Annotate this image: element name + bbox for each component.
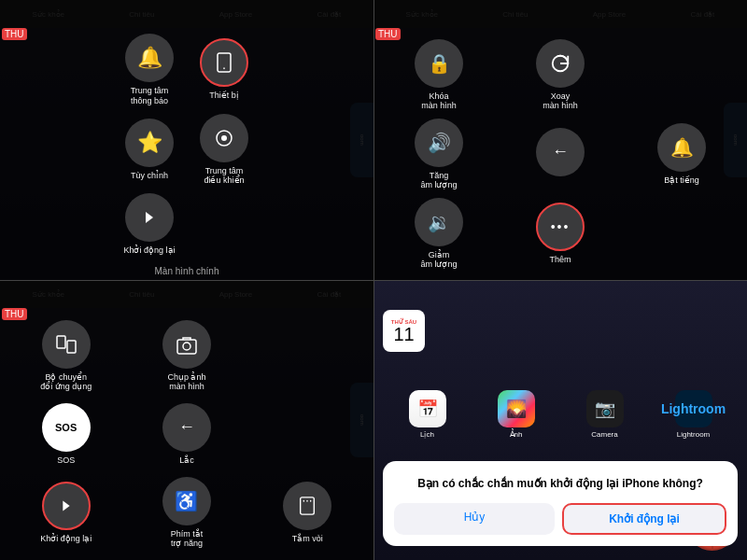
spacer-tr bbox=[624, 37, 642, 111]
dock-anh[interactable]: 🌄 Ảnh bbox=[498, 390, 535, 439]
quadrant-top-right: Sức khỏe Chi tiêu App Store Cài đặt THU … bbox=[374, 0, 747, 280]
khoi-dong-lai2-icon bbox=[42, 482, 91, 530]
spacer-bl bbox=[249, 315, 366, 395]
man-hinh-chinh-label: Màn hình chính bbox=[155, 266, 219, 276]
dock-camera[interactable]: 📷 Camera bbox=[586, 390, 624, 439]
bo-chuyen-doi-label: Bộ chuyểnđổi ứng dụng bbox=[40, 372, 92, 391]
cc-bat-tieng[interactable]: 🔔 Bật tiếng bbox=[624, 117, 740, 190]
lac-icon: ← bbox=[162, 403, 211, 452]
them-icon: ••• bbox=[536, 203, 585, 251]
menu-item-tuy-chinh[interactable]: ⭐ Tùy chỉnh bbox=[117, 119, 182, 181]
tam-voi-icon bbox=[283, 482, 331, 530]
khoi-dong-lai-icon bbox=[125, 193, 174, 242]
dock-lightroom[interactable]: Lightroom Lightroom bbox=[675, 390, 712, 439]
dialog-buttons: Hủy Khởi động lại bbox=[394, 503, 726, 535]
vertical-divider bbox=[374, 0, 374, 560]
anh-label: Ảnh bbox=[510, 430, 523, 439]
svg-rect-6 bbox=[67, 341, 76, 353]
tuy-chinh-label: Tùy chỉnh bbox=[131, 171, 168, 181]
sos-icon: SOS bbox=[42, 403, 91, 452]
tam-voi-label: Tắm vòi bbox=[292, 534, 323, 543]
thiet-bi-label: Thiết bị bbox=[209, 91, 239, 101]
cc-lac[interactable]: ← Lắc bbox=[128, 399, 245, 469]
tang-am-label: Tăngâm lượng bbox=[420, 171, 457, 189]
trung-tam-icon bbox=[200, 114, 248, 162]
thong-bao-icon: 🔔 bbox=[125, 34, 174, 82]
lac-label: Lắc bbox=[179, 455, 194, 465]
menu-item-trung-tam[interactable]: Trung tâmđiều khiển bbox=[191, 114, 257, 187]
spacer-bl-2 bbox=[249, 399, 366, 469]
cc-khoa[interactable]: 🔒 Khóamàn hình bbox=[381, 37, 497, 111]
trung-tam-label: Trung tâmđiều khiển bbox=[204, 166, 244, 187]
sos-label: SOS bbox=[57, 455, 75, 465]
quadrant-bottom-left: Sức khỏe Chi tiêu App Store Cài đặt THU … bbox=[0, 280, 374, 560]
cc-giam-am[interactable]: 🔉 Giảmâm lượng bbox=[381, 197, 497, 271]
chup-anh-label: Chụp ảnhmàn hình bbox=[167, 372, 205, 391]
cc-menu-tr: 🔒 Khóamàn hình Xoaymàn hình 🔊 Tăngâm lượ… bbox=[374, 28, 747, 280]
thong-bao-label: Trung tâmthông báo bbox=[131, 86, 169, 106]
them-label: Thêm bbox=[549, 255, 571, 264]
confirm-restart-button[interactable]: Khởi động lại bbox=[562, 503, 726, 535]
cc-xoay[interactable]: Xoaymàn hình bbox=[502, 37, 618, 111]
khoi-dong-lai-label: Khởi động lại bbox=[123, 245, 175, 256]
menu-item-khoi-dong-lai[interactable]: Khởi động lại bbox=[117, 193, 182, 256]
date-widget: THỨ SÁU 11 bbox=[383, 310, 425, 352]
xoay-label: Xoaymàn hình bbox=[543, 91, 578, 110]
svg-point-8 bbox=[183, 343, 190, 350]
svg-rect-10 bbox=[301, 497, 315, 514]
back-icon: ← bbox=[536, 128, 585, 176]
camera-label: Camera bbox=[591, 430, 617, 439]
menu-item-thong-bao[interactable]: 🔔 Trung tâmthông báo bbox=[117, 34, 182, 106]
bo-chuyen-doi-icon bbox=[42, 320, 91, 369]
khoi-dong-lai2-label: Khởi động lại bbox=[40, 534, 92, 543]
anh-icon: 🌄 bbox=[498, 390, 535, 427]
bat-tieng-icon: 🔔 bbox=[657, 123, 706, 172]
cc-bo-chuyen-doi[interactable]: Bộ chuyểnđổi ứng dụng bbox=[7, 315, 124, 395]
phim-tat-label: Phím tắttrợ năng bbox=[171, 529, 204, 548]
cc-them[interactable]: ••• Thêm bbox=[502, 197, 618, 271]
restart-dialog: Bạn có chắc chắn muốn khởi động lại iPho… bbox=[383, 461, 738, 546]
cc-sos[interactable]: SOS SOS bbox=[7, 399, 124, 469]
cc-chup-anh[interactable]: Chụp ảnhmàn hình bbox=[128, 315, 245, 395]
dock-icons-br: 📅 Lịch 🌄 Ảnh 📷 Camera Lightroom Lightroo… bbox=[374, 390, 747, 439]
menu-tl: 🔔 Trung tâmthông báo Thiết bị ⭐ Tùy chỉn… bbox=[0, 28, 374, 280]
giam-am-label: Giảmâm lượng bbox=[420, 250, 457, 269]
bat-tieng-label: Bật tiếng bbox=[664, 175, 699, 185]
camera-icon: 📷 bbox=[586, 390, 624, 427]
menu-row-1: 🔔 Trung tâmthông báo Thiết bị bbox=[117, 34, 257, 106]
lich-label: Lịch bbox=[420, 430, 434, 439]
quadrant-top-left: Sức khỏe Chi tiêu App Store Cài đặt THU … bbox=[0, 0, 374, 280]
khoa-label: Khóamàn hình bbox=[421, 91, 457, 110]
tuy-chinh-icon: ⭐ bbox=[125, 119, 174, 167]
thu-label-tr: THU bbox=[375, 28, 401, 40]
dock-lich[interactable]: 📅 Lịch bbox=[409, 390, 446, 439]
chup-anh-icon bbox=[162, 320, 211, 369]
phim-tat-icon: ♿ bbox=[162, 477, 211, 525]
lightroom-icon: Lightroom bbox=[675, 390, 712, 427]
date-number: 11 bbox=[393, 325, 414, 343]
tang-am-icon: 🔊 bbox=[415, 119, 463, 167]
menu-bl: Bộ chuyểnđổi ứng dụng Chụp ảnhmàn hình S… bbox=[0, 308, 374, 560]
cc-khoi-dong-lai2[interactable]: Khởi động lại bbox=[7, 473, 124, 553]
cc-tang-am[interactable]: 🔊 Tăngâm lượng bbox=[381, 117, 497, 190]
quadrant-bottom-right: THỨ SÁU 11 📅 Lịch 🌄 Ảnh 📷 Camera Lightro… bbox=[374, 280, 747, 560]
thiet-bi-icon bbox=[200, 38, 248, 87]
khoa-icon: 🔒 bbox=[415, 39, 463, 88]
lightroom-label: Lightroom bbox=[677, 430, 711, 439]
svg-rect-5 bbox=[57, 336, 65, 348]
thu-label-bl: THU bbox=[2, 308, 27, 320]
menu-row-3: Khởi động lại bbox=[117, 193, 257, 256]
thu-label-tl: THU bbox=[2, 28, 27, 40]
svg-marker-4 bbox=[146, 212, 153, 223]
svg-point-3 bbox=[221, 135, 227, 141]
menu-item-thiet-bi[interactable]: Thiết bị bbox=[191, 38, 257, 101]
menu-row-2: ⭐ Tùy chỉnh Trung tâmđiều khiển bbox=[117, 114, 257, 187]
dialog-title: Bạn có chắc chắn muốn khởi động lại iPho… bbox=[394, 476, 726, 492]
cancel-button[interactable]: Hủy bbox=[394, 503, 555, 535]
giam-am-icon: 🔉 bbox=[415, 198, 463, 246]
cc-phim-tat[interactable]: ♿ Phím tắttrợ năng bbox=[128, 473, 245, 553]
xoay-icon bbox=[536, 39, 585, 88]
cc-back[interactable]: ← bbox=[502, 117, 618, 190]
lich-icon: 📅 bbox=[409, 390, 446, 427]
cc-tam-voi[interactable]: Tắm vòi bbox=[249, 473, 366, 553]
